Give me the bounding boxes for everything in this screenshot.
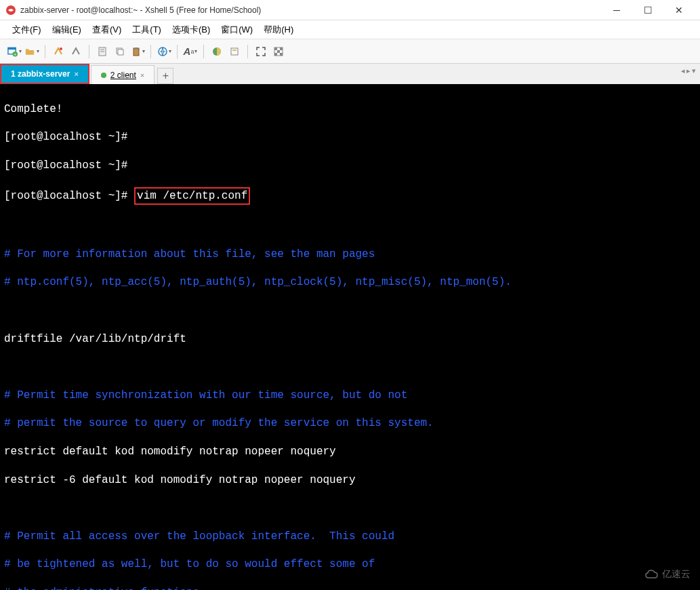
tab-client[interactable]: 2 client × — [91, 65, 155, 84]
separator — [89, 45, 89, 58]
highlighted-command: vim /etc/ntp.conf — [134, 187, 250, 205]
tab-prev-icon[interactable]: ◂ — [681, 66, 685, 75]
menu-view[interactable]: 查看(V) — [88, 22, 125, 37]
color-scheme-button[interactable] — [209, 44, 224, 59]
separator — [247, 45, 248, 58]
svg-text:+: + — [14, 52, 16, 56]
menu-edit[interactable]: 编辑(E) — [48, 22, 85, 37]
menu-help[interactable]: 帮助(H) — [260, 22, 297, 37]
tabbar: 1 zabbix-server × 2 client × + ◂ ▸ ▾ — [0, 64, 700, 84]
cloud-icon — [644, 569, 659, 580]
tab-zabbix-server[interactable]: 1 zabbix-server × — [0, 64, 89, 84]
menu-tabs[interactable]: 选项卡(B) — [168, 22, 214, 37]
terminal-line: driftfile /var/lib/ntp/drift — [4, 332, 696, 347]
copy-button[interactable] — [112, 44, 127, 59]
svg-rect-23 — [280, 53, 283, 56]
tab-close-icon[interactable]: × — [74, 70, 78, 78]
svg-rect-2 — [8, 47, 16, 50]
transparency-button[interactable] — [271, 44, 286, 59]
terminal-line: [root@localhost ~]# — [4, 130, 696, 144]
reconnect-button[interactable] — [51, 44, 66, 59]
separator — [45, 45, 45, 58]
menubar: 文件(F) 编辑(E) 查看(V) 工具(T) 选项卡(B) 窗口(W) 帮助(… — [0, 20, 700, 39]
titlebar: zabbix-server - root@localhost:~ - Xshel… — [0, 0, 700, 20]
svg-point-5 — [60, 47, 62, 50]
separator — [177, 45, 178, 58]
svg-rect-21 — [277, 50, 280, 53]
svg-rect-10 — [118, 50, 123, 55]
tab-close-icon[interactable]: × — [140, 71, 144, 79]
status-dot-icon — [101, 73, 106, 78]
menu-file[interactable]: 文件(F) — [8, 22, 45, 37]
tab-nav: ◂ ▸ ▾ — [681, 66, 696, 75]
terminal-line: [root@localhost ~]# vim /etc/ntp.conf — [4, 187, 696, 205]
disconnect-button[interactable] — [68, 44, 83, 59]
terminal-line: restrict default kod nomodify notrap nop… — [4, 445, 696, 459]
terminal-line: [root@localhost ~]# — [4, 159, 696, 173]
terminal-comment: # permit the source to query or modify t… — [4, 416, 696, 431]
menu-window[interactable]: 窗口(W) — [217, 22, 257, 37]
fullscreen-button[interactable] — [253, 44, 268, 59]
terminal[interactable]: Complete! [root@localhost ~]# [root@loca… — [0, 84, 700, 590]
terminal-line: Complete! — [4, 102, 696, 117]
terminal-comment: # the administrative functions. — [4, 586, 696, 590]
new-session-button[interactable]: +▾ — [7, 44, 22, 59]
svg-rect-17 — [232, 50, 236, 51]
svg-rect-12 — [135, 47, 138, 50]
terminal-line — [4, 304, 696, 318]
paste-button[interactable]: ▾ — [130, 44, 145, 59]
minimize-button[interactable]: ─ — [601, 0, 632, 20]
font-button[interactable]: Aa▾ — [183, 44, 198, 59]
terminal-line: restrict -6 default kod nomodify notrap … — [4, 473, 696, 488]
open-button[interactable]: ▾ — [24, 44, 39, 59]
highlight-button[interactable] — [227, 44, 242, 59]
new-tab-button[interactable]: + — [157, 68, 173, 84]
svg-rect-19 — [274, 47, 277, 50]
svg-rect-16 — [231, 48, 238, 55]
close-button[interactable]: ✕ — [663, 0, 695, 20]
tab-label: 2 client — [110, 71, 136, 80]
terminal-line — [4, 360, 696, 374]
properties-button[interactable] — [95, 44, 110, 59]
separator — [203, 45, 204, 58]
app-icon — [5, 5, 16, 16]
tab-label: 1 zabbix-server — [11, 69, 70, 79]
terminal-comment: # Permit all access over the loopback in… — [4, 530, 696, 544]
tab-next-icon[interactable]: ▸ — [686, 66, 691, 75]
terminal-comment: # ntp.conf(5), ntp_acc(5), ntp_auth(5), … — [4, 275, 696, 290]
separator — [150, 45, 151, 58]
find-button[interactable]: ▾ — [157, 44, 171, 59]
terminal-comment: # be tightened as well, but to do so wou… — [4, 557, 696, 572]
svg-rect-20 — [280, 47, 283, 50]
window-title: zabbix-server - root@localhost:~ - Xshel… — [20, 5, 601, 15]
terminal-line — [4, 219, 696, 233]
svg-rect-22 — [274, 53, 277, 56]
maximize-button[interactable]: ☐ — [632, 0, 663, 20]
watermark: 亿速云 — [644, 568, 691, 581]
terminal-line — [4, 501, 696, 515]
terminal-comment: # For more information about this file, … — [4, 248, 696, 262]
toolbar: +▾ ▾ ▾ ▾ Aa▾ — [0, 39, 700, 64]
menu-tools[interactable]: 工具(T) — [128, 22, 165, 37]
terminal-comment: # Permit time synchronization with our t… — [4, 389, 696, 403]
tab-list-icon[interactable]: ▾ — [692, 66, 696, 75]
